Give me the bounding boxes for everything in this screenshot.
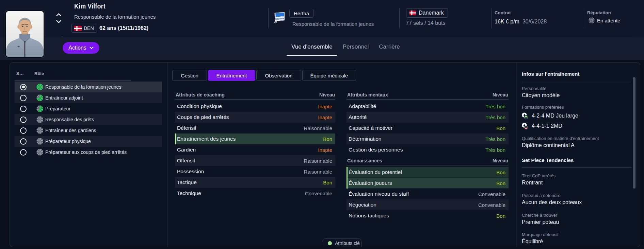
preferred-formation-row: 4-4-1-1 2MD <box>522 122 562 130</box>
attribute-row[interactable]: Évaluation niveau du staff Convenable <box>347 189 509 199</box>
role-radio[interactable] <box>20 95 27 101</box>
attribute-row[interactable]: Autorité Très bon <box>347 112 509 123</box>
table-header-underline <box>175 99 335 100</box>
attribute-row[interactable]: Évaluation joueurs Bon <box>347 178 509 189</box>
attribute-name: Offensif <box>177 158 304 164</box>
role-row[interactable]: Préparateur physique <box>15 136 162 147</box>
competence-wheel-icon <box>36 84 43 90</box>
column-header-role[interactable]: Rôle <box>34 71 44 76</box>
role-label: Préparateur aux coups de pied arrêtés <box>45 149 127 155</box>
role-row[interactable]: Entraîneur adjoint <box>15 92 162 103</box>
attribute-row[interactable]: Gestion des personnes Très bon <box>347 144 509 155</box>
attribute-row[interactable]: Possession Raisonnable <box>175 166 335 177</box>
nationality-chip[interactable]: DEN <box>71 24 97 33</box>
attribute-level: Bon <box>496 170 505 175</box>
attribute-name: Adaptabilité <box>349 103 485 109</box>
competence-wheel-icon <box>36 138 43 145</box>
role-label: Responsable de la formation jeunes <box>45 84 121 90</box>
attribute-row[interactable]: Technique Convenable <box>175 188 335 199</box>
club-chip[interactable]: Hertha <box>289 9 313 18</box>
sidebar-divider <box>522 82 631 82</box>
role-label: Préparateur <box>45 106 70 111</box>
role-row[interactable]: Préparateur <box>15 103 162 114</box>
hertha-club-badge: HERTHA <box>273 11 286 25</box>
competence-wheel-icon <box>36 149 43 156</box>
role-row[interactable]: Responsable des prêts <box>15 114 162 125</box>
role-radio[interactable] <box>20 84 27 90</box>
attribute-row[interactable]: Notions tactiques Bon <box>347 210 509 221</box>
subtab-entrainement[interactable]: Entraînement <box>208 70 255 81</box>
level-column-header: Niveau <box>319 92 335 97</box>
tab-vue-densemble[interactable]: Vue d'ensemble <box>286 38 338 56</box>
attribute-level: Convenable <box>305 191 332 196</box>
subtab-label: Gestion <box>181 73 198 78</box>
competence-wheel-icon <box>36 116 43 123</box>
set-piece-field-value: Rentrant <box>522 180 543 186</box>
attribute-row[interactable]: Offensif Raisonnable <box>175 155 335 166</box>
panel-divider <box>167 63 167 247</box>
actions-button[interactable]: Actions <box>63 42 99 54</box>
attribute-row[interactable]: Adaptabilité Très bon <box>347 101 509 112</box>
next-person-button[interactable] <box>56 20 62 23</box>
subtab-equipe-medicale[interactable]: Équipe médicale <box>302 70 356 81</box>
role-row[interactable]: Entraîneur des gardiens <box>15 125 162 136</box>
knowledge-title: Connaissances <box>347 158 382 163</box>
set-piece-field-value: Premier poteau <box>522 219 559 225</box>
tab-carriere[interactable]: Carrière <box>374 38 405 56</box>
attribute-row[interactable]: Évaluation du potentiel Bon <box>347 167 509 178</box>
coaching-rows: Condition physique Inapte Coups de pied … <box>175 101 335 199</box>
attribute-row[interactable]: Coups de pied arrêtés Inapte <box>175 112 335 123</box>
attribute-row[interactable]: Détermination Très bon <box>347 134 509 144</box>
subtab-label: Observation <box>265 73 293 78</box>
tab-label: Personnel <box>343 43 369 50</box>
attribute-name: Coups de pied arrêtés <box>177 114 318 120</box>
tab-label: Vue d'ensemble <box>291 43 333 50</box>
table-header-underline <box>347 99 509 100</box>
set-piece-field-value: Aucun des deux poteaux <box>522 199 582 206</box>
attribute-name: Notions tactiques <box>349 213 496 219</box>
role-radio[interactable] <box>20 117 27 123</box>
role-row[interactable]: Responsable de la formation jeunes <box>15 82 162 92</box>
attribute-name: Tactique <box>177 179 323 185</box>
attribute-row[interactable]: Gardien Inapte <box>175 144 335 155</box>
attribute-row[interactable]: Défensif Raisonnable <box>175 123 335 134</box>
header-separator <box>584 8 584 29</box>
attribute-row[interactable]: Négociation Convenable <box>347 199 509 210</box>
knowledge-table-header: Connaissances Niveau <box>347 157 509 163</box>
role-label: Entraîneur adjoint <box>45 95 83 101</box>
previous-person-button[interactable] <box>56 13 62 17</box>
mental-rows: Adaptabilité Très bon Autorité Très bon … <box>347 101 509 155</box>
role-row[interactable]: Préparateur aux coups de pied arrêtés <box>15 147 162 158</box>
role-radio[interactable] <box>20 106 27 112</box>
coaching-attributes-table: Attributs de coaching Niveau Condition p… <box>175 91 335 199</box>
national-team-name: Danemark <box>419 10 444 16</box>
attribute-row[interactable]: Entraînement des jeunes Bon <box>175 134 335 144</box>
key-attribute-dot-icon <box>328 241 332 245</box>
attribute-row[interactable]: Condition physique Inapte <box>175 101 335 112</box>
role-radio[interactable] <box>20 149 27 156</box>
roles-header-underline <box>15 80 131 81</box>
role-radio[interactable] <box>20 127 27 134</box>
attribute-name: Défensif <box>177 125 304 131</box>
reputation-value-row: En attente <box>589 17 620 23</box>
tab-personnel[interactable]: Personnel <box>338 38 374 56</box>
subtab-gestion[interactable]: Gestion <box>172 70 207 81</box>
reputation-wheel-icon <box>589 17 595 23</box>
role-radio[interactable] <box>20 138 27 145</box>
formation-name: 4-2-4 MD Jeu large <box>532 113 578 119</box>
attribute-name: Capacité à motiver <box>349 125 496 131</box>
attribute-name: Gestion des personnes <box>349 147 485 153</box>
column-header-selected[interactable]: S… <box>16 71 24 76</box>
attribute-row[interactable]: Capacité à motiver Bon <box>347 123 509 134</box>
attribute-row[interactable]: Tactique Bon <box>175 177 335 188</box>
attribute-name: Condition physique <box>177 103 318 109</box>
header-separator <box>399 8 400 29</box>
staff-profile-screen: Kim Vilfort Responsable de la formation … <box>0 0 644 249</box>
national-team-chip[interactable]: Danemark <box>406 8 448 18</box>
subtab-observation[interactable]: Observation <box>256 70 301 81</box>
sidebar-scrollbar-thumb[interactable] <box>633 77 635 189</box>
attribute-level: Très bon <box>485 147 505 153</box>
tab-label: Carrière <box>379 43 400 50</box>
attribute-level: Raisonnable <box>304 158 332 164</box>
role-label: Préparateur physique <box>45 139 91 144</box>
